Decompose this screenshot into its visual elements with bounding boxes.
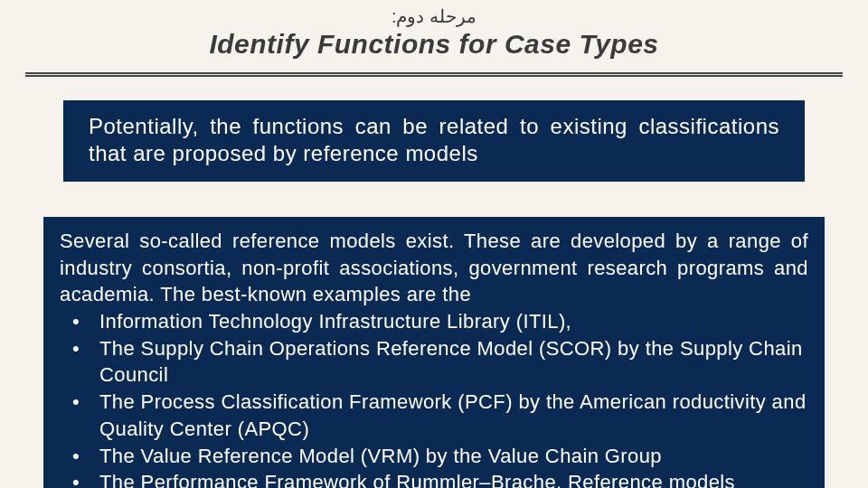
detail-intro: Several so-called reference models exist… xyxy=(60,228,808,308)
horizontal-rule xyxy=(25,72,843,77)
list-item: The Performance Framework of Rummler–Bra… xyxy=(60,469,808,488)
list-item: The Value Reference Model (VRM) by the V… xyxy=(60,443,808,470)
slide-subtitle: ﻣﺮﺣﻠﻪ ﺩﻭﻡ: xyxy=(0,0,868,27)
summary-box: Potentially, the functions can be relate… xyxy=(63,100,805,182)
detail-bullet-list: Information Technology Infrastructure Li… xyxy=(60,308,808,488)
slide-title: Identify Functions for Case Types xyxy=(0,29,868,60)
list-item: The Process Classification Framework (PC… xyxy=(60,389,808,442)
list-item: The Supply Chain Operations Reference Mo… xyxy=(60,335,808,389)
summary-text: Potentially, the functions can be relate… xyxy=(89,114,779,165)
list-item: Information Technology Infrastructure Li… xyxy=(60,308,808,335)
detail-box: Several so-called reference models exist… xyxy=(43,217,825,488)
